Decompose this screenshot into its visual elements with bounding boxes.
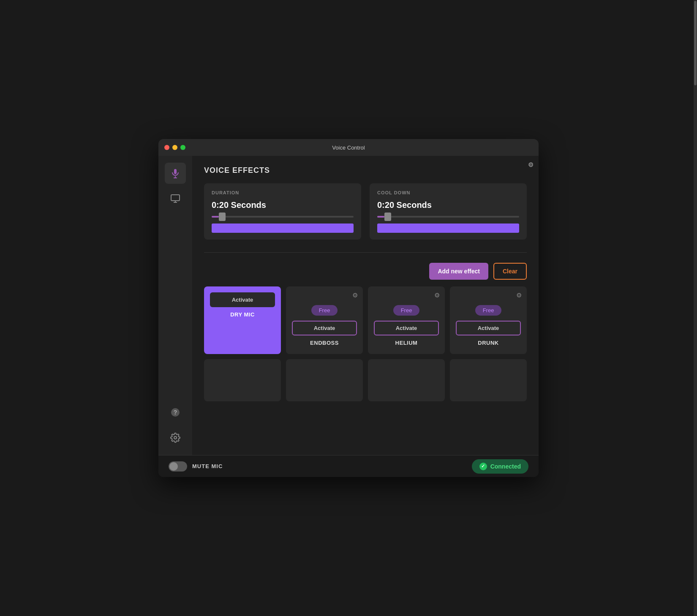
duration-card: DURATION 0:20 Seconds (204, 183, 361, 240)
effect-card-helium[interactable]: ⚙ Free Activate HELIUM (368, 286, 445, 354)
cooldown-slider-track (377, 216, 519, 218)
sidebar-item-help[interactable]: ? (165, 402, 186, 423)
helium-gear-icon[interactable]: ⚙ (434, 292, 440, 299)
effect-name-drunk: DRUNK (478, 340, 498, 346)
empty-effects-row: ⚙ ⚙ ⚙ ⚙ (204, 359, 527, 401)
endboss-gear-icon[interactable]: ⚙ (352, 292, 358, 299)
helium-free-badge: Free (393, 305, 420, 316)
mute-label: MUTE MIC (192, 463, 223, 469)
minimize-button[interactable] (172, 145, 177, 150)
sidebar-item-settings[interactable] (165, 427, 186, 448)
maximize-button[interactable] (180, 145, 185, 150)
empty-card-2: ⚙ (286, 359, 363, 401)
connected-dot: ✓ (479, 463, 487, 470)
cooldown-label: COOL DOWN (377, 190, 519, 195)
duration-progress-bar (212, 224, 354, 233)
effects-grid: Activate DRY MIC ⚙ Free Activate ENDBOSS… (204, 286, 527, 354)
divider (204, 252, 527, 253)
empty-card-1: ⚙ (204, 359, 281, 401)
window-title: Voice Control (332, 144, 365, 151)
clear-button[interactable]: Clear (493, 263, 527, 280)
add-effect-button[interactable]: Add new effect (429, 263, 488, 280)
activate-endboss-button[interactable]: Activate (292, 321, 357, 335)
activate-helium-button[interactable]: Activate (374, 321, 439, 335)
drunk-gear-icon[interactable]: ⚙ (516, 292, 522, 299)
app-window: Voice Control (158, 139, 539, 477)
cooldown-value: 0:20 Seconds (377, 200, 519, 210)
svg-text:?: ? (174, 409, 177, 416)
sidebar-bottom: ? (165, 402, 186, 448)
mute-toggle[interactable] (169, 461, 187, 472)
bottom-bar: MUTE MIC ✓ Connected (158, 455, 539, 477)
duration-row: DURATION 0:20 Seconds COOL DOWN 0:20 Sec… (204, 183, 527, 240)
cooldown-card: COOL DOWN 0:20 Seconds (370, 183, 527, 240)
cooldown-slider-container (377, 216, 519, 218)
connected-label: Connected (490, 463, 521, 470)
cooldown-slider-thumb[interactable] (384, 213, 391, 221)
mute-section: MUTE MIC (169, 461, 223, 472)
empty-card-4: ⚙ (450, 359, 527, 401)
microphone-icon (170, 168, 180, 178)
svg-rect-0 (174, 169, 177, 174)
duration-slider-container (212, 216, 354, 218)
effect-name-helium: HELIUM (395, 340, 418, 346)
duration-slider-fill (212, 216, 219, 218)
toggle-knob (169, 462, 178, 471)
effect-name-dry-mic: DRY MIC (230, 311, 255, 318)
connected-badge: ✓ Connected (472, 459, 528, 474)
sidebar: ? (158, 156, 192, 455)
sidebar-item-microphone[interactable] (165, 163, 186, 184)
titlebar: Voice Control (158, 139, 539, 156)
duration-value: 0:20 Seconds (212, 200, 354, 210)
drunk-free-badge: Free (475, 305, 502, 316)
check-icon: ✓ (481, 463, 485, 469)
settings-icon (170, 433, 180, 443)
main-content: ? VOICE EFFECTS DURATION (158, 156, 539, 455)
display-icon (170, 194, 180, 204)
effect-name-endboss: ENDBOSS (310, 340, 339, 346)
svg-point-8 (174, 436, 177, 439)
close-button[interactable] (164, 145, 169, 150)
section-title: VOICE EFFECTS (204, 166, 527, 175)
effect-card-drunk[interactable]: ⚙ Free Activate DRUNK (450, 286, 527, 354)
help-icon: ? (170, 407, 180, 417)
content-area: VOICE EFFECTS DURATION 0:20 Seconds (192, 156, 539, 455)
effect-card-dry-mic[interactable]: Activate DRY MIC (204, 286, 281, 354)
effects-toolbar: Add new effect Clear (204, 263, 527, 280)
sidebar-item-display[interactable] (165, 188, 186, 209)
activate-dry-mic-button[interactable]: Activate (210, 292, 275, 307)
traffic-lights (164, 145, 185, 150)
activate-drunk-button[interactable]: Activate (456, 321, 521, 335)
cooldown-slider-fill (377, 216, 384, 218)
effect-card-endboss[interactable]: ⚙ Free Activate ENDBOSS (286, 286, 363, 354)
empty4-gear-icon[interactable]: ⚙ (528, 161, 534, 169)
empty-card-3: ⚙ (368, 359, 445, 401)
cooldown-progress-bar (377, 224, 519, 233)
duration-slider-track (212, 216, 354, 218)
duration-label: DURATION (212, 190, 354, 195)
endboss-free-badge: Free (311, 305, 338, 316)
duration-slider-thumb[interactable] (219, 213, 226, 221)
svg-rect-3 (171, 195, 180, 201)
